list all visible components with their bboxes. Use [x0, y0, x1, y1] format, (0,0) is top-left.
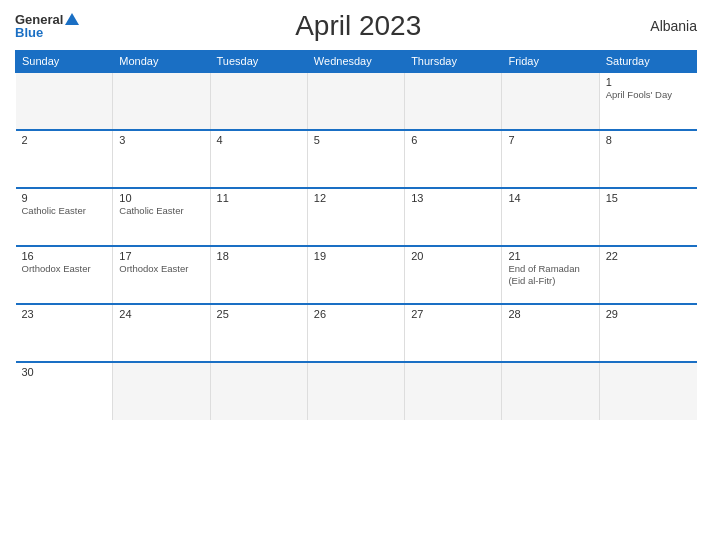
weekday-header-friday: Friday [502, 51, 599, 73]
calendar-cell [210, 72, 307, 130]
header: General Blue April 2023 Albania [15, 10, 697, 42]
calendar-cell: 9Catholic Easter [16, 188, 113, 246]
weekday-header-monday: Monday [113, 51, 210, 73]
page-title: April 2023 [79, 10, 637, 42]
week-row-3: 9Catholic Easter10Catholic Easter1112131… [16, 188, 697, 246]
calendar-cell [16, 72, 113, 130]
calendar-cell: 6 [405, 130, 502, 188]
weekday-header-wednesday: Wednesday [307, 51, 404, 73]
calendar-cell: 23 [16, 304, 113, 362]
calendar-cell [502, 72, 599, 130]
calendar-cell: 28 [502, 304, 599, 362]
day-number: 4 [217, 134, 301, 146]
day-number: 17 [119, 250, 203, 262]
weekday-header-tuesday: Tuesday [210, 51, 307, 73]
calendar-cell: 16Orthodox Easter [16, 246, 113, 304]
day-number: 10 [119, 192, 203, 204]
day-number: 9 [22, 192, 107, 204]
day-number: 15 [606, 192, 691, 204]
day-number: 25 [217, 308, 301, 320]
calendar-cell: 2 [16, 130, 113, 188]
calendar-cell [405, 72, 502, 130]
day-number: 1 [606, 76, 691, 88]
calendar-cell: 11 [210, 188, 307, 246]
calendar-cell: 30 [16, 362, 113, 420]
calendar-cell: 19 [307, 246, 404, 304]
day-number: 30 [22, 366, 107, 378]
weekday-header-row: SundayMondayTuesdayWednesdayThursdayFrid… [16, 51, 697, 73]
calendar-cell: 1April Fools' Day [599, 72, 696, 130]
day-number: 21 [508, 250, 592, 262]
day-number: 8 [606, 134, 691, 146]
day-number: 2 [22, 134, 107, 146]
day-number: 14 [508, 192, 592, 204]
week-row-1: 1April Fools' Day [16, 72, 697, 130]
calendar-cell: 8 [599, 130, 696, 188]
day-event: Catholic Easter [119, 205, 203, 217]
day-number: 22 [606, 250, 691, 262]
calendar-cell: 26 [307, 304, 404, 362]
day-number: 18 [217, 250, 301, 262]
week-row-4: 16Orthodox Easter17Orthodox Easter181920… [16, 246, 697, 304]
calendar-cell: 25 [210, 304, 307, 362]
calendar-cell: 18 [210, 246, 307, 304]
calendar-cell: 3 [113, 130, 210, 188]
calendar-cell: 12 [307, 188, 404, 246]
calendar-cell: 27 [405, 304, 502, 362]
day-number: 6 [411, 134, 495, 146]
day-number: 28 [508, 308, 592, 320]
day-event: Orthodox Easter [119, 263, 203, 275]
calendar-cell: 4 [210, 130, 307, 188]
day-number: 3 [119, 134, 203, 146]
calendar-cell [307, 362, 404, 420]
logo-blue: Blue [15, 26, 43, 39]
calendar-cell [405, 362, 502, 420]
week-row-6: 30 [16, 362, 697, 420]
weekday-header-saturday: Saturday [599, 51, 696, 73]
weekday-header-sunday: Sunday [16, 51, 113, 73]
day-event: End of Ramadan (Eid al-Fitr) [508, 263, 592, 288]
calendar-cell: 15 [599, 188, 696, 246]
day-number: 5 [314, 134, 398, 146]
calendar-cell [113, 362, 210, 420]
calendar-cell: 13 [405, 188, 502, 246]
calendar-cell [210, 362, 307, 420]
day-number: 24 [119, 308, 203, 320]
calendar-cell: 17Orthodox Easter [113, 246, 210, 304]
day-number: 29 [606, 308, 691, 320]
day-event: April Fools' Day [606, 89, 691, 101]
calendar-cell: 24 [113, 304, 210, 362]
calendar-cell: 5 [307, 130, 404, 188]
calendar-cell: 22 [599, 246, 696, 304]
calendar-cell: 7 [502, 130, 599, 188]
week-row-5: 23242526272829 [16, 304, 697, 362]
calendar-cell: 14 [502, 188, 599, 246]
calendar-cell: 21End of Ramadan (Eid al-Fitr) [502, 246, 599, 304]
day-number: 7 [508, 134, 592, 146]
calendar-cell [502, 362, 599, 420]
logo-triangle-icon [65, 13, 79, 25]
day-number: 12 [314, 192, 398, 204]
calendar-cell [307, 72, 404, 130]
day-number: 27 [411, 308, 495, 320]
day-number: 20 [411, 250, 495, 262]
day-event: Catholic Easter [22, 205, 107, 217]
calendar-cell: 20 [405, 246, 502, 304]
calendar-cell [599, 362, 696, 420]
calendar-cell: 29 [599, 304, 696, 362]
country-label: Albania [637, 18, 697, 34]
weekday-header-thursday: Thursday [405, 51, 502, 73]
day-number: 11 [217, 192, 301, 204]
day-event: Orthodox Easter [22, 263, 107, 275]
day-number: 16 [22, 250, 107, 262]
day-number: 13 [411, 192, 495, 204]
day-number: 19 [314, 250, 398, 262]
calendar-cell [113, 72, 210, 130]
calendar-cell: 10Catholic Easter [113, 188, 210, 246]
day-number: 23 [22, 308, 107, 320]
calendar: SundayMondayTuesdayWednesdayThursdayFrid… [15, 50, 697, 420]
day-number: 26 [314, 308, 398, 320]
logo: General Blue [15, 13, 79, 39]
week-row-2: 2345678 [16, 130, 697, 188]
